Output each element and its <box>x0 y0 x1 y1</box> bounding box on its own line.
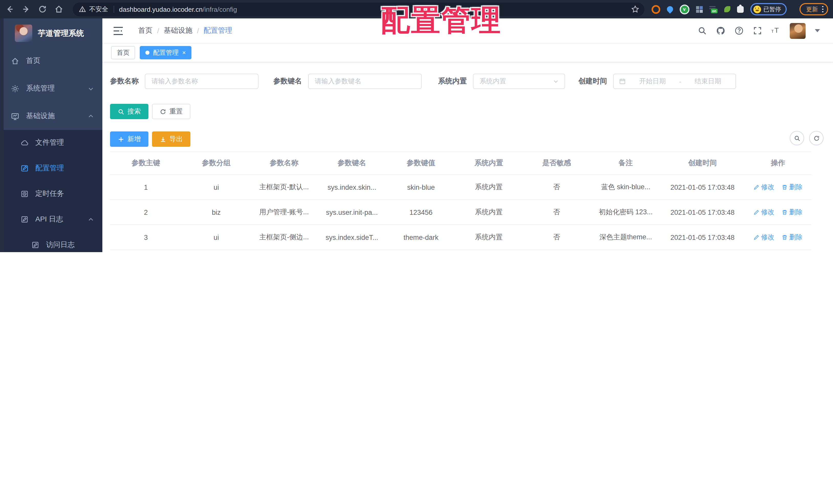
row-actions: 修改删除 <box>745 175 811 199</box>
bookmark-star-icon[interactable] <box>631 5 639 13</box>
table-cell: 3 <box>110 225 182 250</box>
table-cell: 蓝色 skin-blue... <box>591 175 660 199</box>
param-key-input[interactable]: 请输入参数键名 <box>308 74 422 89</box>
back-icon[interactable] <box>5 5 14 14</box>
forward-icon[interactable] <box>22 5 31 14</box>
breadcrumb-home[interactable]: 首页 <box>138 26 152 35</box>
table-cell: 系统内置 <box>455 225 522 250</box>
add-button[interactable]: 新增 <box>110 131 148 147</box>
table-header-row: 参数主键参数分组参数名称参数键名参数键值系统内置是否敏感备注创建时间操作 <box>110 152 811 175</box>
collapse-menu-icon[interactable] <box>113 26 123 35</box>
github-icon[interactable] <box>716 26 725 35</box>
sidebar-item-scheduled-tasks[interactable]: 定时任务 <box>0 181 102 207</box>
filter-form: 参数名称 请输入参数名称 参数键名 请输入参数键名 系统内置 系统内置 创建时间 <box>110 74 833 89</box>
table-cell: 自定义 <box>455 250 522 252</box>
param-name-input[interactable]: 请输入参数名称 <box>145 74 259 89</box>
user-menu-caret-icon[interactable] <box>815 29 820 32</box>
tab-label: 首页 <box>117 48 129 57</box>
table-cell: 初始化密码 123... <box>591 200 660 225</box>
chevron-up-icon <box>88 113 94 119</box>
sidebar-item-label: 首页 <box>26 56 41 66</box>
table-cell: biz <box>182 200 251 225</box>
app-logo[interactable]: 芋道管理系统 <box>0 23 102 44</box>
monitor-icon <box>11 112 20 121</box>
builtin-select[interactable]: 系统内置 <box>473 74 565 89</box>
extension-donut-icon[interactable] <box>651 5 660 14</box>
delete-link[interactable]: 删除 <box>782 182 803 192</box>
extension-cluster: v on 已暂停 更新 <box>651 3 828 15</box>
close-tab-icon[interactable]: × <box>182 50 186 56</box>
help-icon[interactable] <box>735 26 744 35</box>
breadcrumb-current: 配置管理 <box>204 26 232 35</box>
cloud-icon <box>21 138 29 147</box>
trash-icon <box>782 234 788 241</box>
export-button[interactable]: 导出 <box>152 131 190 147</box>
toggle-search-button[interactable] <box>790 131 804 145</box>
breadcrumb-separator: / <box>197 27 199 35</box>
refresh-icon <box>160 108 166 115</box>
reload-icon[interactable] <box>38 5 47 14</box>
extension-leaf-icon[interactable] <box>724 6 730 12</box>
search-button[interactable]: 搜索 <box>110 104 148 119</box>
paused-badge[interactable]: 已暂停 <box>750 3 787 15</box>
font-size-icon[interactable]: тT <box>771 26 781 35</box>
column-header: 是否敏感 <box>522 152 591 174</box>
search-icon <box>118 108 124 115</box>
sidebar-item-access-logs[interactable]: 访问日志 <box>0 232 102 252</box>
tab-config-management[interactable]: 配置管理 × <box>140 46 191 59</box>
reset-button[interactable]: 重置 <box>152 104 190 119</box>
refresh-table-button[interactable] <box>809 131 824 145</box>
url-host: dashboard.yudao.iocoder.cn <box>119 5 203 13</box>
table-cell: ui <box>182 175 251 199</box>
column-header: 参数键名 <box>317 152 386 174</box>
edit-link[interactable]: 修改 <box>754 208 775 217</box>
table-cell: 系统内置 <box>455 175 522 199</box>
sidebar-item-system[interactable]: 系统管理 <box>0 75 102 102</box>
tab-home[interactable]: 首页 <box>111 46 135 59</box>
edit-link[interactable]: 修改 <box>754 233 775 242</box>
search-icon[interactable] <box>698 26 707 35</box>
table-cell: 否 <box>522 225 591 250</box>
delete-link[interactable]: 删除 <box>782 208 803 217</box>
sidebar-item-home[interactable]: 首页 <box>0 47 102 75</box>
table-cell: 否 <box>522 250 591 252</box>
log-edit-icon <box>21 215 29 224</box>
update-button[interactable]: 更新 <box>800 3 828 15</box>
breadcrumb-infra[interactable]: 基础设施 <box>164 26 192 35</box>
delete-link[interactable]: 删除 <box>782 233 803 242</box>
sidebar-menu: 首页 系统管理 基础设施 文件管理 <box>0 47 102 252</box>
sidebar-item-label: API 日志 <box>35 215 63 224</box>
extensions-puzzle-icon[interactable] <box>737 6 743 12</box>
user-avatar[interactable] <box>790 23 806 39</box>
sidebar-item-infra[interactable]: 基础设施 <box>0 102 102 130</box>
active-dot-icon <box>145 51 149 55</box>
extension-on-badge-icon[interactable]: on <box>709 5 717 13</box>
header-actions: тT <box>698 23 820 39</box>
table-cell: 2 <box>110 200 182 225</box>
sidebar-item-file-management[interactable]: 文件管理 <box>0 130 102 155</box>
extension-pin-icon[interactable] <box>665 5 674 14</box>
fullscreen-icon[interactable] <box>753 26 762 35</box>
home-icon[interactable] <box>54 5 64 14</box>
home-icon <box>11 56 20 65</box>
table-cell: 系统内置 <box>455 200 522 225</box>
table-cell: sys.user.init-pa... <box>317 200 386 225</box>
column-header: 参数主键 <box>110 152 182 174</box>
browser-menu-icon[interactable] <box>822 6 824 12</box>
sidebar-item-config-management[interactable]: 配置管理 <box>0 155 102 181</box>
table-cell: sys.index.sideT... <box>317 225 386 250</box>
row-actions: 修改删除 <box>745 200 811 225</box>
sidebar-item-label: 定时任务 <box>35 189 64 198</box>
date-range-picker[interactable]: 开始日期 - 结束日期 <box>613 74 736 89</box>
table-body: 1ui主框架页-默认...sys.index.skin...skin-blue系… <box>110 175 811 252</box>
breadcrumb-separator: / <box>157 27 159 35</box>
url-bar[interactable]: 不安全 dashboard.yudao.iocoder.cn /infra/co… <box>73 2 644 16</box>
sidebar-item-api-logs[interactable]: API 日志 <box>0 207 102 232</box>
table-cell: 4 <box>110 250 182 252</box>
extension-green-icon[interactable]: v <box>680 4 689 14</box>
edit-link[interactable]: 修改 <box>754 182 775 192</box>
table-cell: 主框架页-侧边... <box>251 225 317 250</box>
content: 参数名称 请输入参数名称 参数键名 请输入参数键名 系统内置 系统内置 创建时间 <box>102 62 833 252</box>
extension-grid-icon[interactable] <box>696 6 703 12</box>
table-cell: 2021-01-05 17:03:48 <box>660 200 745 225</box>
